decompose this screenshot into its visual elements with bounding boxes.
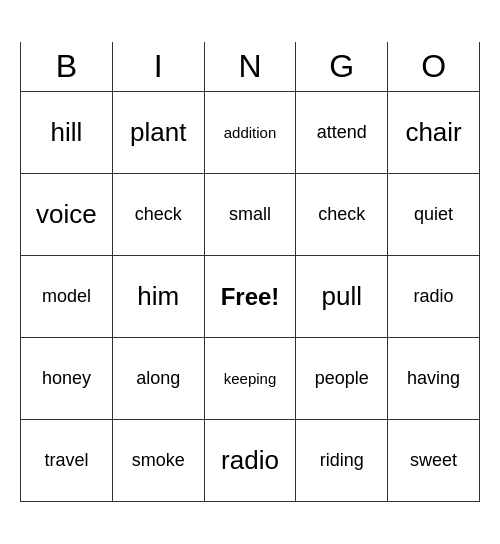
bingo-header-B: B (21, 42, 113, 92)
cell-r2-c1: him (112, 256, 204, 338)
cell-r0-c3: attend (296, 92, 388, 174)
bingo-header-I: I (112, 42, 204, 92)
cell-r2-c3: pull (296, 256, 388, 338)
cell-r1-c4: quiet (388, 174, 480, 256)
cell-r4-c4: sweet (388, 420, 480, 502)
cell-r4-c2: radio (204, 420, 296, 502)
cell-r0-c0: hill (21, 92, 113, 174)
cell-r3-c3: people (296, 338, 388, 420)
cell-r0-c2: addition (204, 92, 296, 174)
cell-r1-c0: voice (21, 174, 113, 256)
bingo-header-N: N (204, 42, 296, 92)
cell-r4-c1: smoke (112, 420, 204, 502)
cell-r0-c4: chair (388, 92, 480, 174)
cell-r1-c2: small (204, 174, 296, 256)
cell-r2-c0: model (21, 256, 113, 338)
bingo-card: BINGO hillplantadditionattendchairvoicec… (20, 42, 480, 503)
cell-r3-c4: having (388, 338, 480, 420)
cell-r3-c2: keeping (204, 338, 296, 420)
cell-r0-c1: plant (112, 92, 204, 174)
cell-r3-c0: honey (21, 338, 113, 420)
cell-r1-c3: check (296, 174, 388, 256)
cell-r2-c4: radio (388, 256, 480, 338)
cell-r1-c1: check (112, 174, 204, 256)
cell-r4-c0: travel (21, 420, 113, 502)
cell-r2-c2: Free! (204, 256, 296, 338)
cell-r3-c1: along (112, 338, 204, 420)
cell-r4-c3: riding (296, 420, 388, 502)
bingo-header-G: G (296, 42, 388, 92)
bingo-header-O: O (388, 42, 480, 92)
